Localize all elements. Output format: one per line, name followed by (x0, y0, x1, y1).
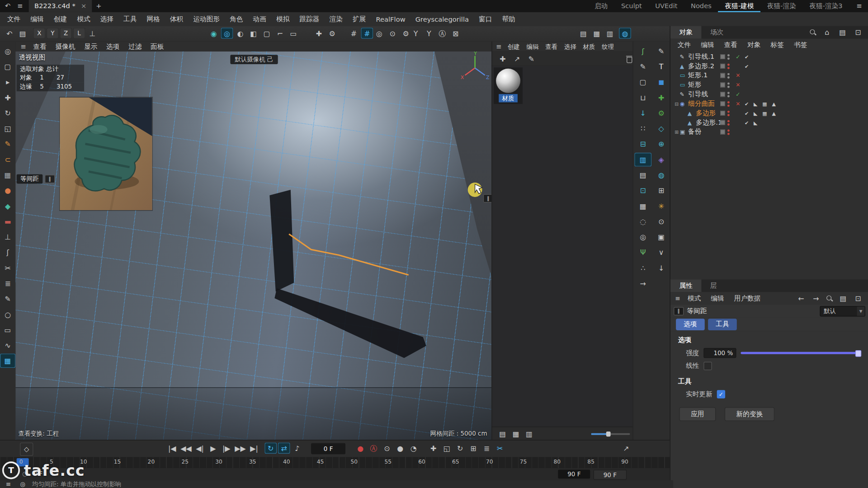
tool-icon[interactable]: ⚙ (653, 106, 670, 120)
range-end-field-2[interactable]: 90 F (594, 470, 627, 480)
visibility-dots[interactable] (727, 54, 730, 59)
object-tags[interactable]: ✔ (745, 63, 750, 69)
tool-icon[interactable]: ⊙ (387, 28, 399, 38)
tree-expander-icon[interactable]: ⊞ (674, 129, 679, 135)
panel-tab[interactable]: 层 (701, 279, 726, 292)
object-tree-row[interactable]: ▲ 多边形.2 ✔ (670, 61, 868, 71)
tool-icon[interactable]: ▤ (17, 28, 29, 38)
visibility-dots[interactable] (727, 101, 730, 106)
keyframe-panel-icon[interactable]: ◇ (20, 443, 33, 456)
range-end-field[interactable]: 90 F (558, 470, 590, 479)
maximize-icon[interactable]: ↗ (620, 443, 632, 454)
tool-icon[interactable]: ▥ (523, 428, 535, 439)
tool-icon[interactable]: Y (410, 28, 422, 38)
tool-icon[interactable]: ▣ (653, 230, 670, 244)
close-icon[interactable]: × (81, 2, 86, 10)
tool-icon[interactable]: ◱ (0, 121, 15, 136)
hamburger-icon[interactable]: ≡ (14, 2, 25, 11)
tool-icon[interactable]: → (634, 277, 651, 291)
tool-icon[interactable]: ⌐ (274, 28, 286, 38)
menu-item[interactable]: 面板 (146, 42, 168, 52)
current-frame-field[interactable]: 0 F (311, 443, 345, 454)
tool-icon[interactable]: ∷ (634, 122, 651, 136)
visibility-cluster[interactable] (720, 92, 730, 97)
visibility-cluster[interactable] (720, 110, 730, 116)
material-hamburger-icon[interactable]: ≡ (493, 42, 504, 51)
titlebar-layout-item[interactable]: 启动 (588, 0, 614, 12)
visibility-dots[interactable] (727, 110, 730, 116)
tool-icon[interactable]: ⊙ (653, 215, 670, 229)
layer-square[interactable] (720, 101, 725, 106)
tool-icon[interactable]: ✂ (494, 443, 506, 454)
tool-icon[interactable]: ◆ (0, 199, 15, 213)
object-tree-row[interactable]: ▭ 矩形 ✕ (670, 80, 868, 90)
attributes-subtab[interactable]: 工具 (708, 319, 737, 330)
object-tags[interactable]: ✔ ◣ ▦ ▲ (745, 101, 778, 106)
tool-icon[interactable]: ✚ (496, 53, 509, 64)
menu-item[interactable]: 书签 (789, 39, 812, 51)
tool-icon[interactable]: ↗ (511, 53, 523, 64)
object-tree-row[interactable]: ⊟ ◉ 细分曲面 ✕ ✔ ◣ ▦ ▲ (670, 99, 868, 108)
layer-square[interactable] (720, 120, 725, 125)
layer-square[interactable] (720, 73, 725, 78)
tool-icon[interactable]: L (73, 28, 85, 38)
tool-icon[interactable]: ⚙ (326, 28, 338, 38)
object-tree-row[interactable]: ▲ 多边形.1 ✔ ◣ (670, 118, 868, 127)
titlebar-layout-item[interactable]: Nodes (684, 0, 718, 12)
tool-icon[interactable]: ʃ (634, 44, 651, 58)
layer-square[interactable] (720, 82, 725, 87)
tool-icon[interactable]: Ⓐ (436, 28, 448, 38)
tool-icon[interactable]: ▢ (0, 59, 15, 74)
delete-icon[interactable] (626, 55, 632, 62)
object-name[interactable]: 备份 (688, 127, 701, 137)
tool-icon[interactable]: ⊟ (634, 137, 651, 151)
tool-icon[interactable]: # (361, 28, 373, 38)
menu-item[interactable]: 查看 (29, 42, 51, 52)
tool-icon[interactable]: ◇ (653, 122, 670, 136)
menu-item[interactable]: 显示 (80, 42, 102, 52)
document-tab[interactable]: B2223.c4d * × (29, 0, 92, 12)
menu-item[interactable]: 编辑 (706, 292, 729, 305)
tool-icon[interactable]: ʃ (0, 245, 15, 259)
menu-item[interactable]: 网格 (142, 12, 165, 26)
object-name[interactable]: 细分曲面 (688, 99, 715, 108)
tool-icon[interactable]: ⊡ (634, 184, 651, 198)
tool-icon[interactable]: ● (0, 183, 15, 197)
tool-icon[interactable]: ✎ (634, 60, 651, 74)
enable-toggle[interactable]: ✓ (736, 54, 740, 60)
layer-square[interactable] (720, 130, 725, 135)
tool-icon[interactable]: ≣ (481, 443, 493, 454)
viewport-canvas[interactable]: 透视视图 默认摄像机 己 选取对象 总计 对象127 边缘53105 等间距 ∥… (15, 52, 491, 440)
menu-item[interactable]: 编辑 (25, 12, 48, 26)
menu-item[interactable]: 摄像机 (51, 42, 80, 52)
new-tab-button[interactable]: + (93, 2, 104, 11)
tool-icon[interactable]: ▤ (577, 28, 590, 38)
tool-icon[interactable]: ✚ (0, 90, 15, 105)
tool-icon[interactable]: ⊂ (0, 152, 15, 167)
tool-icon[interactable]: ✳ (653, 199, 670, 213)
tool-icon[interactable]: ⊞ (467, 443, 479, 454)
menu-item[interactable]: 过滤 (124, 42, 146, 52)
layer-square[interactable] (720, 64, 725, 69)
tool-icon[interactable]: ⊥ (0, 230, 15, 244)
tool-icon[interactable]: ✚ (427, 443, 439, 454)
object-tree-row[interactable]: ▲ 多边形 ✔ ◣ ▦ ▲ (670, 108, 868, 118)
tool-icon[interactable]: Ψ (634, 246, 651, 260)
tool-icon[interactable]: ⊡ (852, 27, 864, 38)
object-tags[interactable]: ✔ ◣ (745, 120, 759, 125)
object-name[interactable]: 多边形.1 (696, 118, 722, 127)
tool-icon[interactable]: ▤ (836, 27, 849, 38)
object-tree-row[interactable]: ✎ 引导线.1 ✓ ✔ (670, 52, 868, 61)
tool-icon[interactable]: ✎ (0, 291, 15, 306)
viewport-hamburger-icon[interactable]: ≡ (18, 42, 28, 51)
menu-item[interactable]: 模式 (72, 12, 95, 26)
tool-icon[interactable]: ▭ (288, 28, 300, 38)
material-item[interactable]: 材质 (494, 67, 523, 104)
tool-icon[interactable]: ∨ (653, 246, 670, 260)
tool-icon[interactable]: ↓ (653, 261, 670, 275)
titlebar-layout-item[interactable]: UVEdit (649, 0, 684, 12)
tool-icon[interactable]: ▤ (837, 293, 849, 304)
tool-icon[interactable]: ↶ (3, 28, 15, 38)
realtime-checkbox[interactable] (717, 390, 725, 398)
visibility-dots[interactable] (727, 129, 730, 135)
